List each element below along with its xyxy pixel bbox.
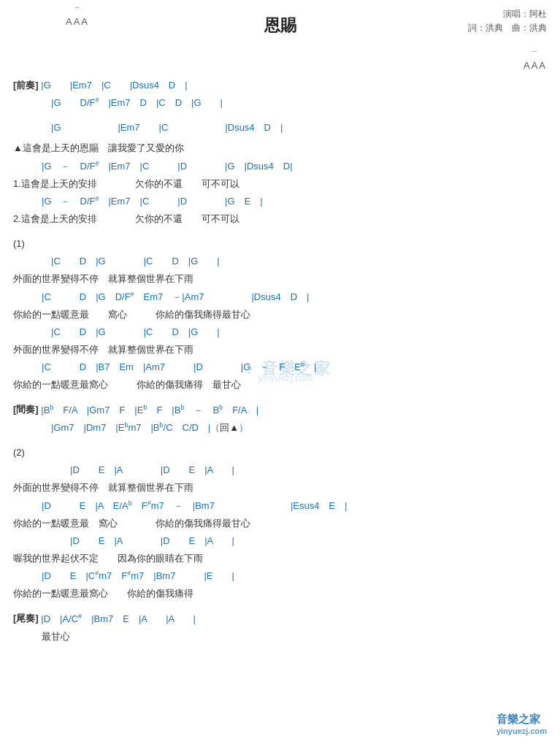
- song-content: [前奏] |G |Em7 |C |Dsus4 D | |G D/F# |Em7 …: [13, 77, 547, 646]
- s1-lyric-1: 外面的世界變得不停 就算整個世界在下雨: [13, 270, 547, 288]
- triangle-lyric: ▲這會是上天的恩賜 讓我愛了又愛的你: [13, 139, 547, 157]
- prelude-chords-2: |G D/F# |Em7 D |C D |G |: [13, 94, 547, 112]
- outro-section: [尾奏] |D |A/C# |Bm7 E |A |A | 最甘心: [13, 610, 547, 645]
- site-url: yinyuezj.com: [496, 727, 547, 735]
- s1-chords-1: |C D |G |C D |G |: [13, 253, 547, 270]
- song-info: 演唱：阿杜 詞：洪典 曲：洪典: [468, 7, 547, 35]
- section-1-label: (1): [13, 235, 547, 253]
- verse-intro-chords: |G |Em7 |C |Dsus4 D |: [13, 119, 547, 137]
- verse-chord-1: |G |Em7 |C |Dsus4 D |: [13, 119, 547, 137]
- verse2-lyric: 2.這會是上天的安排 欠你的不還 可不可以: [13, 210, 547, 228]
- outro-label-line: [尾奏] |D |A/C# |Bm7 E |A |A |: [13, 610, 547, 627]
- section-2-label: (2): [13, 444, 547, 461]
- s1-chords-2: |C D |G D/F# Em7 －|Am7 |Dsus4 D |: [13, 288, 547, 306]
- lyricist-info: 詞：洪典 曲：洪典: [468, 23, 547, 33]
- s2-chords-3: |D E |A |D E |A |: [13, 532, 547, 550]
- singer-info: 演唱：阿杜: [468, 7, 547, 21]
- s2-lyric-4: 你給的一點暖意最窩心 你給的傷我痛得: [13, 585, 547, 602]
- s2-chords-2: |D E |A E/Ab F#m7 － |Bm7 |Esus4 E |: [13, 497, 547, 514]
- s1-chords-3: |C D |G |C D |G |: [13, 323, 547, 341]
- triangle-chords: |G － D/F# |Em7 |C |D |G |Dsus4 D|: [13, 158, 547, 175]
- interlude-section: [間奏] |Bb F/A |Gm7 F |Eb F |Bb － Bb F/A |…: [13, 401, 547, 437]
- outro-lyric: 最甘心: [13, 628, 547, 646]
- s2-lyric-2: 你給的一點暖意最 窩心 你給的傷我痛得最甘心: [13, 515, 547, 532]
- prelude-label-line: [前奏] |G |Em7 |C |Dsus4 D |: [13, 77, 547, 94]
- page-title: 恩賜: [13, 7, 547, 37]
- verse1-chords: |G － D/F# |Em7 |C |D |G E |: [13, 193, 547, 210]
- site-logo: 音樂之家 yinyuezj.com: [496, 713, 547, 735]
- s2-lyric-1: 外面的世界變得不停 就算整個世界在下雨: [13, 479, 547, 497]
- s2-chords-1: |D E |A |D E |A |: [13, 461, 547, 479]
- s1-chords-4: |C D |B7 Em |Am7 |D |G － F Eb |: [13, 359, 547, 376]
- section-1: (1) |C D |G |C D |G | 外面的世界變得不停 就算整個世界在下…: [13, 235, 547, 394]
- triangle-verse: ▲這會是上天的恩賜 讓我愛了又愛的你 |G － D/F# |Em7 |C |D …: [13, 139, 547, 228]
- s1-lyric-2: 你給的一點暖意最 窩心 你給的傷我痛得最甘心: [13, 306, 547, 323]
- aaa-top-left: ⌒ AAA: [66, 6, 89, 27]
- section-2: (2) |D E |A |D E |A | 外面的世界變得不停 就算整個世界在下…: [13, 444, 547, 602]
- s2-chords-4: |D E |C#m7 F#m7 |Bm7 |E |: [13, 567, 547, 585]
- s1-lyric-3: 外面的世界變得不停 就算整個世界在下雨: [13, 341, 547, 359]
- aaa-top-right: ⌒ AAA: [523, 50, 547, 71]
- s2-lyric-3: 喔我的世界起伏不定 因為你的眼睛在下雨: [13, 550, 547, 567]
- verse1-lyric: 1.這會是上天的安排 欠你的不還 可不可以: [13, 175, 547, 193]
- interlude-label-line: [間奏] |Bb F/A |Gm7 F |Eb F |Bb － Bb F/A |: [13, 401, 547, 418]
- interlude-chords-2: |Gm7 |Dm7 |Ebm7 |Bb/C C/D |（回▲）: [13, 419, 547, 437]
- prelude-section: [前奏] |G |Em7 |C |Dsus4 D | |G D/F# |Em7 …: [13, 77, 547, 112]
- s1-lyric-4: 你給的一點暖意最窩心 你給的傷我痛得 最甘心: [13, 376, 547, 394]
